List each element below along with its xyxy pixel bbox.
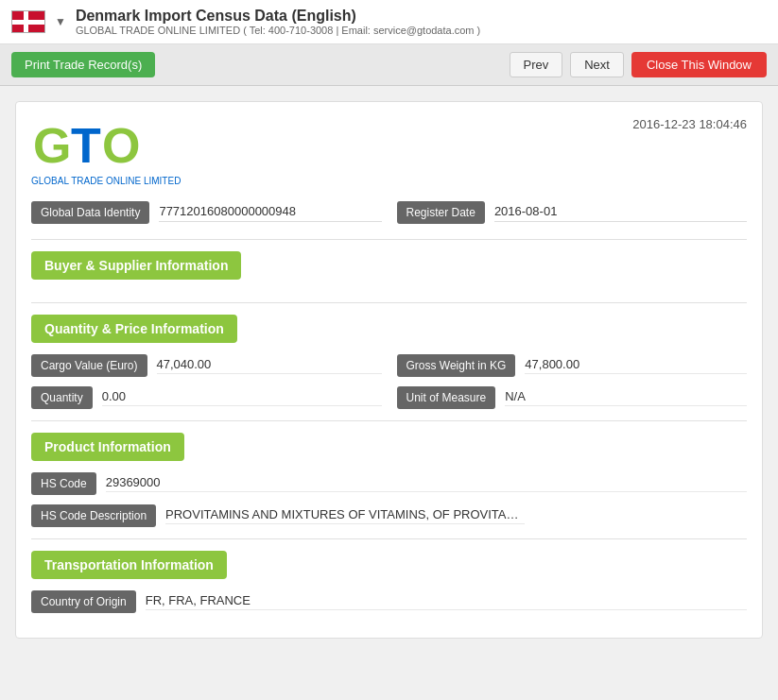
country-of-origin-row: Country of Origin FR, FRA, FRANCE bbox=[31, 590, 747, 613]
product-header: Product Information bbox=[31, 433, 184, 461]
quantity-group: Quantity 0.00 bbox=[31, 386, 382, 409]
prev-button[interactable]: Prev bbox=[510, 52, 563, 77]
gross-weight-value: 47,800.00 bbox=[525, 357, 747, 374]
product-section: Product Information HS Code 29369000 HS … bbox=[31, 433, 747, 527]
cargo-value-value: 47,040.00 bbox=[157, 357, 382, 374]
gross-weight-label: Gross Weight in KG bbox=[397, 354, 516, 377]
divider-1 bbox=[31, 239, 747, 240]
quantity-price-header: Quantity & Price Information bbox=[31, 315, 237, 343]
hs-code-row: HS Code 29369000 bbox=[31, 472, 747, 495]
record-card: G T O GLOBAL TRADE ONLINE LIMITED 2016-1… bbox=[15, 101, 763, 639]
flag-icon bbox=[11, 10, 45, 33]
buyer-supplier-section: Buyer & Supplier Information bbox=[31, 251, 747, 291]
unit-of-measure-group: Unit of Measure N/A bbox=[397, 386, 748, 409]
country-of-origin-label: Country of Origin bbox=[31, 590, 136, 613]
unit-of-measure-value: N/A bbox=[505, 389, 747, 406]
action-bar: Print Trade Record(s) Prev Next Close Th… bbox=[0, 44, 778, 86]
dropdown-arrow[interactable]: ▼ bbox=[55, 15, 66, 28]
cargo-value-group: Cargo Value (Euro) 47,040.00 bbox=[31, 354, 382, 377]
svg-text:T: T bbox=[71, 118, 101, 173]
hs-code-group: HS Code 29369000 bbox=[31, 472, 747, 495]
quantity-price-section: Quantity & Price Information Cargo Value… bbox=[31, 315, 747, 409]
print-button[interactable]: Print Trade Record(s) bbox=[11, 52, 155, 77]
hs-description-value: PROVITAMINS AND MIXTURES OF VITAMINS, OF… bbox=[165, 507, 525, 524]
country-of-origin-value: FR, FRA, FRANCE bbox=[146, 593, 747, 610]
divider-4 bbox=[31, 538, 747, 539]
hs-description-label: HS Code Description bbox=[31, 504, 156, 527]
timestamp: 2016-12-23 18:04:46 bbox=[632, 117, 747, 131]
global-identity-group: Global Data Identity 7771201608000000094… bbox=[31, 201, 382, 224]
register-date-group: Register Date 2016-08-01 bbox=[397, 201, 748, 224]
main-content: G T O GLOBAL TRADE ONLINE LIMITED 2016-1… bbox=[0, 86, 778, 654]
quantity-label: Quantity bbox=[31, 386, 93, 409]
quantity-price-row-1: Cargo Value (Euro) 47,040.00 Gross Weigh… bbox=[31, 354, 747, 377]
quantity-price-row-2: Quantity 0.00 Unit of Measure N/A bbox=[31, 386, 747, 409]
register-date-label: Register Date bbox=[397, 201, 485, 224]
logo-area: G T O GLOBAL TRADE ONLINE LIMITED 2016-1… bbox=[31, 117, 747, 186]
top-bar: ▼ Denmark Import Census Data (English) G… bbox=[0, 0, 778, 44]
cargo-value-label: Cargo Value (Euro) bbox=[31, 354, 147, 377]
register-date-value: 2016-08-01 bbox=[494, 204, 747, 222]
hs-description-group: HS Code Description PROVITAMINS AND MIXT… bbox=[31, 504, 747, 527]
page-subtitle: GLOBAL TRADE ONLINE LIMITED ( Tel: 400-7… bbox=[76, 25, 767, 36]
close-button[interactable]: Close This Window bbox=[631, 52, 767, 77]
hs-code-value: 29369000 bbox=[106, 475, 747, 492]
svg-text:G: G bbox=[33, 118, 71, 173]
gross-weight-group: Gross Weight in KG 47,800.00 bbox=[397, 354, 748, 377]
identity-row: Global Data Identity 7771201608000000094… bbox=[31, 201, 747, 224]
unit-of-measure-label: Unit of Measure bbox=[397, 386, 496, 409]
transportation-section: Transportation Information Country of Or… bbox=[31, 551, 747, 613]
buyer-supplier-header: Buyer & Supplier Information bbox=[31, 251, 241, 280]
logo-tagline: GLOBAL TRADE ONLINE LIMITED bbox=[31, 176, 181, 186]
transportation-header: Transportation Information bbox=[31, 551, 227, 579]
hs-code-label: HS Code bbox=[31, 472, 96, 495]
global-data-identity-label: Global Data Identity bbox=[31, 201, 149, 224]
quantity-value: 0.00 bbox=[102, 389, 382, 406]
hs-description-row: HS Code Description PROVITAMINS AND MIXT… bbox=[31, 504, 747, 527]
header-title-block: Denmark Import Census Data (English) GLO… bbox=[76, 8, 767, 36]
logo-container: G T O GLOBAL TRADE ONLINE LIMITED bbox=[31, 117, 181, 186]
country-of-origin-group: Country of Origin FR, FRA, FRANCE bbox=[31, 590, 747, 613]
svg-text:O: O bbox=[102, 118, 140, 173]
global-data-identity-value: 77712016080000000948 bbox=[159, 204, 381, 222]
divider-3 bbox=[31, 420, 747, 421]
divider-2 bbox=[31, 302, 747, 303]
page-title: Denmark Import Census Data (English) bbox=[76, 8, 767, 25]
company-logo: G T O bbox=[31, 117, 154, 174]
next-button[interactable]: Next bbox=[570, 52, 624, 77]
